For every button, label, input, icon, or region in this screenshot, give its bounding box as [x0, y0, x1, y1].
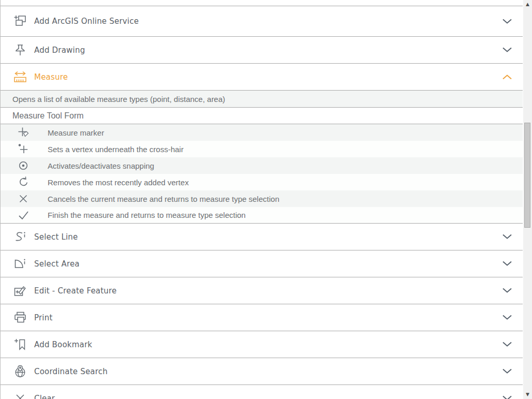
- chevron-down-icon: [503, 288, 512, 293]
- measure-tool-text: Removes the most recently added vertex: [48, 178, 189, 187]
- measure-marker-icon: [17, 126, 30, 139]
- measure-tool-row-marker: Measure marker: [1, 124, 523, 141]
- measure-tool-text: Measure marker: [48, 128, 104, 137]
- finish-measure-icon: [17, 209, 30, 221]
- chevron-down-icon: [503, 261, 512, 267]
- measure-description-text: Opens a list of available measure types …: [12, 95, 225, 104]
- add-bookmark-icon: [12, 338, 28, 351]
- accordion-item-add-drawing[interactable]: Add Drawing: [1, 37, 523, 64]
- scrollbar-up-button[interactable]: ▲: [523, 0, 532, 9]
- select-area-icon: [12, 257, 28, 271]
- tool-accordion-panel: Add ArcGIS Online Service Add Drawing: [0, 0, 532, 399]
- measure-tool-text: Sets a vertex underneath the cross-hair: [48, 145, 184, 154]
- accordion-item-add-bookmark[interactable]: Add Bookmark: [1, 331, 523, 358]
- chevron-down-icon: [503, 368, 512, 374]
- chevron-down-icon: [503, 315, 512, 320]
- scrollbar-down-button[interactable]: ▼: [523, 390, 532, 399]
- accordion-item-add-arcgis-online-service[interactable]: Add ArcGIS Online Service: [1, 6, 523, 37]
- undo-vertex-icon: [17, 176, 30, 188]
- accordion-item-edit-create-feature[interactable]: Edit - Create Feature: [1, 277, 523, 304]
- accordion-item-clear[interactable]: Clear: [1, 385, 523, 399]
- accordion-item-label: Add Bookmark: [34, 340, 92, 349]
- accordion-item-print[interactable]: Print: [1, 304, 523, 331]
- accordion-item-label: Clear: [34, 394, 55, 399]
- accordion-item-select-area[interactable]: Select Area: [1, 250, 523, 277]
- accordion-item-label: Edit - Create Feature: [34, 286, 117, 295]
- set-vertex-icon: [17, 143, 30, 155]
- previous-row-partial: [1, 0, 523, 6]
- measure-tool-form-title: Measure Tool Form: [12, 111, 84, 121]
- measure-ruler-icon: [12, 70, 28, 84]
- accordion-item-label: Measure: [34, 72, 68, 82]
- accordion-content: Add ArcGIS Online Service Add Drawing: [0, 0, 523, 399]
- accordion-item-measure[interactable]: Measure: [1, 64, 523, 91]
- measure-description-row: Opens a list of available measure types …: [1, 91, 523, 108]
- accordion-item-label: Print: [34, 313, 53, 322]
- measure-tool-text: Activates/deactivates snapping: [48, 161, 154, 170]
- coordinate-search-icon: [12, 365, 28, 378]
- accordion-item-label: Add ArcGIS Online Service: [34, 17, 139, 26]
- chevron-down-icon: [503, 19, 512, 24]
- scrollbar-thumb[interactable]: [524, 123, 530, 228]
- chevron-up-icon: [503, 74, 512, 80]
- snapping-icon: [17, 159, 30, 172]
- edit-create-feature-icon: [12, 284, 28, 298]
- accordion-item-coordinate-search[interactable]: Coordinate Search: [1, 358, 523, 385]
- add-arcgis-online-icon: [12, 14, 28, 28]
- chevron-down-icon: [503, 395, 512, 399]
- accordion-item-label: Add Drawing: [34, 46, 85, 55]
- pushpin-icon: [12, 43, 28, 57]
- measure-tool-row-undo-vertex: Removes the most recently added vertex: [1, 174, 523, 190]
- chevron-down-icon: [503, 234, 512, 240]
- scroll-down-arrow-icon: ▼: [526, 392, 529, 397]
- chevron-down-icon: [503, 47, 512, 53]
- accordion-item-select-line[interactable]: Select Line: [1, 224, 523, 250]
- measure-tool-text: Cancels the current measure and returns …: [48, 195, 279, 203]
- clear-icon: [12, 392, 28, 399]
- accordion-item-label: Select Area: [34, 259, 80, 269]
- cancel-measure-icon: [17, 193, 30, 205]
- vertical-scrollbar[interactable]: ▲ ▼: [523, 0, 532, 399]
- accordion-item-label: Select Line: [34, 232, 78, 242]
- measure-tool-form-row: Measure Tool Form: [1, 108, 523, 124]
- measure-tool-row-finish: Finish the measure and returns to measur…: [1, 207, 523, 224]
- accordion-item-label: Coordinate Search: [34, 367, 108, 376]
- measure-tool-text: Finish the measure and returns to measur…: [48, 211, 246, 219]
- select-line-icon: [12, 230, 28, 244]
- measure-tool-row-set-vertex: Sets a vertex underneath the cross-hair: [1, 141, 523, 157]
- measure-tool-row-snapping: Activates/deactivates snapping: [1, 157, 523, 174]
- print-icon: [12, 311, 28, 324]
- scroll-up-arrow-icon: ▲: [526, 2, 529, 7]
- measure-tool-row-cancel: Cancels the current measure and returns …: [1, 190, 523, 207]
- chevron-down-icon: [503, 342, 512, 347]
